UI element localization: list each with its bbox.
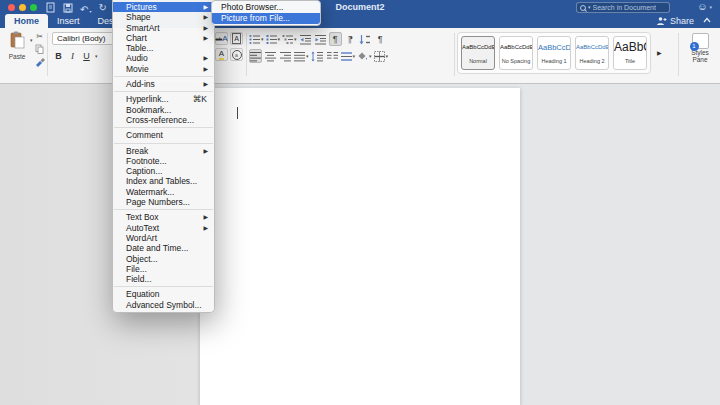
clear-formatting-button[interactable]: abA [215, 32, 228, 45]
menu-item-wordart[interactable]: WordArt [113, 233, 214, 243]
align-right-button[interactable] [279, 49, 292, 63]
style-sample: AaBbCcDdEe [576, 37, 608, 58]
copy-button[interactable] [33, 43, 46, 55]
cut-button[interactable]: ✂ [33, 30, 46, 42]
font-name-select[interactable]: Calibri (Body) [52, 32, 114, 45]
clipboard-small-buttons: ✂ [33, 30, 46, 68]
bullets-caret-icon[interactable]: ▾ [261, 36, 264, 42]
borders-grid-icon [374, 51, 385, 62]
menu-item-break[interactable]: Break▶ [113, 146, 214, 156]
menu-item-add-ins[interactable]: Add-ins▶ [113, 79, 214, 89]
menu-item-footnote[interactable]: Footnote... [113, 156, 214, 166]
menu-item-index-and-tables[interactable]: Index and Tables... [113, 176, 214, 186]
menu-item-watermark[interactable]: Watermark... [113, 187, 214, 197]
shading-caret-icon[interactable]: ▾ [369, 53, 372, 59]
justify-caret-icon[interactable]: ▾ [306, 53, 309, 59]
menu-item-object[interactable]: Object... [113, 254, 214, 264]
insert-menu: Pictures▶ Shape▶ SmartArt▶ Chart▶ Table.… [112, 0, 215, 313]
numbered-list-icon [266, 34, 277, 45]
paragraph-row-1: ▾ ▾ ▾ [249, 32, 387, 46]
menu-item-audio[interactable]: Audio▶ [113, 53, 214, 63]
numbering-caret-icon[interactable]: ▾ [278, 36, 281, 42]
menu-item-cross-reference[interactable]: Cross-reference... [113, 115, 214, 125]
group-separator [678, 33, 679, 76]
menu-separator [114, 127, 213, 128]
character-border-button[interactable]: A [230, 32, 243, 45]
underline-button[interactable]: U [81, 50, 92, 62]
left-to-right-paragraph-button[interactable]: ¶ [329, 32, 342, 46]
menu-item-smartart[interactable]: SmartArt▶ [113, 23, 214, 33]
multilevel-caret-icon[interactable]: ▾ [294, 36, 297, 42]
menu-item-text-box[interactable]: Text Box▶ [113, 212, 214, 222]
decrease-indent-icon [300, 34, 311, 45]
menu-item-page-numbers[interactable]: Page Numbers... [113, 197, 214, 207]
feedback-caret-icon: ▾ [709, 3, 712, 12]
format-painter-button[interactable] [33, 56, 46, 68]
style-label: Heading 2 [576, 58, 608, 65]
submenu-item-photo-browser[interactable]: Photo Browser... [212, 2, 320, 13]
style-card-no-spacing[interactable]: AaBbCcDdEe No Spacing [499, 36, 533, 70]
style-card-heading-1[interactable]: AaBbCcDd Heading 1 [537, 36, 571, 70]
menu-item-date-and-time[interactable]: Date and Time... [113, 243, 214, 253]
menu-item-caption[interactable]: Caption... [113, 166, 214, 176]
styles-pane-label-2: Pane [692, 56, 707, 63]
sort-button[interactable] [359, 32, 372, 46]
multilevel-list-button[interactable]: ▾ [282, 32, 297, 46]
text-highlight-button[interactable]: A [215, 48, 228, 61]
bullets-button[interactable]: ▾ [249, 32, 264, 46]
right-to-left-paragraph-button[interactable]: ¶ [344, 32, 357, 46]
submenu-arrow-icon: ▶ [203, 64, 208, 75]
collapse-ribbon-icon[interactable] [703, 17, 711, 23]
menu-separator [114, 286, 213, 287]
align-center-button[interactable] [264, 49, 277, 63]
align-left-button[interactable] [249, 49, 262, 63]
paragraph-spacing-button[interactable]: ▾ [341, 49, 356, 63]
menu-item-advanced-symbol[interactable]: Advanced Symbol... [113, 300, 214, 310]
share-button[interactable]: Share [656, 15, 694, 27]
increase-indent-button[interactable] [314, 32, 327, 46]
pictures-submenu: Photo Browser... Picture from File... [211, 0, 321, 26]
line-spacing-button[interactable] [311, 49, 324, 63]
menu-item-chart[interactable]: Chart▶ [113, 33, 214, 43]
styles-pane-button[interactable]: 1 Styles Pane [684, 33, 716, 63]
menu-item-equation[interactable]: Equation [113, 289, 214, 299]
search-scope-caret-icon[interactable]: ▾ [588, 3, 591, 12]
borders-caret-icon[interactable]: ▾ [386, 53, 389, 59]
italic-button[interactable]: I [67, 50, 78, 62]
submenu-item-picture-from-file[interactable]: Picture from File... [212, 13, 320, 24]
style-card-heading-2[interactable]: AaBbCcDdEe Heading 2 [575, 36, 609, 70]
show-paragraph-marks-button[interactable]: ¶ [374, 32, 387, 46]
feedback-button[interactable]: ☺ ▾ [697, 1, 712, 13]
shading-button[interactable]: ▾ [357, 49, 372, 63]
tab-home[interactable]: Home [5, 14, 48, 28]
tab-insert[interactable]: Insert [48, 14, 89, 28]
style-card-normal[interactable]: AaBbCcDdEe Normal [461, 36, 495, 70]
spacing-caret-icon[interactable]: ▾ [353, 53, 356, 59]
menu-item-hyperlink[interactable]: Hyperlink...⌘K [113, 94, 214, 104]
sort-az-icon [359, 34, 371, 45]
menu-item-field[interactable]: Field... [113, 274, 214, 284]
menu-item-shape[interactable]: Shape▶ [113, 12, 214, 22]
numbering-button[interactable]: ▾ [266, 32, 281, 46]
menu-item-bookmark[interactable]: Bookmark... [113, 105, 214, 115]
menu-item-comment[interactable]: Comment [113, 130, 214, 140]
enclose-characters-button[interactable]: a [230, 48, 243, 61]
paste-button[interactable]: Paste [5, 31, 29, 60]
style-card-title[interactable]: AaBbC Title [613, 36, 647, 70]
search-input[interactable]: ▾ Search in Document [576, 2, 670, 13]
styles-gallery-expand-icon[interactable]: ▶ [657, 49, 662, 56]
justify-button[interactable]: ▾ [294, 49, 309, 63]
underline-caret-icon[interactable]: ▾ [95, 53, 98, 59]
scissors-icon: ✂ [36, 32, 43, 41]
menu-item-movie[interactable]: Movie▶ [113, 64, 214, 74]
decrease-indent-button[interactable] [299, 32, 312, 46]
menu-item-pictures[interactable]: Pictures▶ [113, 2, 214, 12]
columns-button[interactable] [326, 49, 339, 63]
menu-item-table[interactable]: Table... [113, 43, 214, 53]
menu-item-file[interactable]: File... [113, 264, 214, 274]
borders-button[interactable]: ▾ [374, 49, 389, 63]
style-sample: AaBbCcDd [538, 37, 570, 58]
bold-button[interactable]: B [53, 50, 64, 62]
document-page[interactable] [200, 88, 520, 405]
menu-item-autotext[interactable]: AutoText▶ [113, 223, 214, 233]
